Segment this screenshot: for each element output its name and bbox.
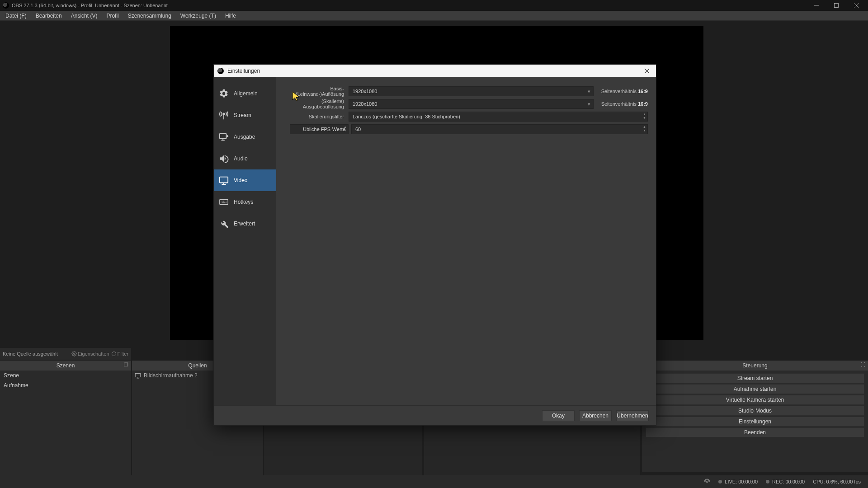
downscale-filter-combo[interactable]: Lanczos (geschärfte Skalierung, 36 Stich… bbox=[349, 112, 648, 122]
studio-mode-button[interactable]: Studio-Modus bbox=[646, 406, 864, 416]
settings-nav: Allgemein Stream Ausgabe Audio Video Hot… bbox=[214, 77, 276, 405]
status-network-icon bbox=[704, 479, 710, 485]
nav-stream[interactable]: Stream bbox=[214, 104, 276, 126]
speaker-icon bbox=[218, 153, 229, 164]
base-resolution-label: Basis-(Leinwand-)Auflösung bbox=[284, 86, 349, 97]
settings-dialog-icon bbox=[217, 68, 224, 74]
menu-profil[interactable]: Profil bbox=[102, 11, 123, 21]
output-aspect-label: Seitenverhältnis 16:9 bbox=[594, 101, 648, 107]
svg-rect-3 bbox=[135, 373, 141, 377]
nav-ausgabe[interactable]: Ausgabe bbox=[214, 126, 276, 148]
gear-icon bbox=[218, 88, 229, 99]
fps-type-combo[interactable]: Übliche FPS-Werte ▲▼ bbox=[290, 124, 349, 134]
svg-point-2 bbox=[112, 352, 116, 356]
maximize-button[interactable] bbox=[826, 0, 846, 11]
minimize-button[interactable] bbox=[807, 0, 826, 11]
monitor-icon bbox=[218, 175, 229, 186]
svg-point-7 bbox=[223, 113, 225, 115]
live-status: LIVE: 00:00:00 bbox=[725, 479, 758, 484]
scenes-dock: Szenen ❐ Szene Aufnahme bbox=[0, 361, 131, 487]
apply-button[interactable]: Übernehmen bbox=[616, 410, 649, 421]
exit-button[interactable]: Beenden bbox=[646, 427, 864, 437]
titlebar: OBS 27.1.3 (64-bit, windows) - Profil: U… bbox=[0, 0, 868, 11]
cancel-button[interactable]: Abbrechen bbox=[579, 410, 612, 421]
no-source-selected-label: Keine Quelle ausgewählt bbox=[3, 351, 58, 357]
settings-dialog: Einstellungen Allgemein Stream Ausgabe A… bbox=[213, 64, 656, 426]
chevron-down-icon: ▾ bbox=[588, 89, 590, 94]
filter-button[interactable]: Filter bbox=[111, 351, 128, 357]
settings-content-video: Basis-(Leinwand-)Auflösung 868x488 ▾ S… bbox=[276, 77, 656, 405]
nav-allgemein[interactable]: Allgemein bbox=[214, 83, 276, 104]
menu-datei[interactable]: Datei (F) bbox=[1, 11, 31, 21]
output-icon bbox=[218, 131, 229, 142]
rec-indicator-icon bbox=[766, 480, 769, 483]
output-resolution-combo[interactable]: 868x488 ▾ bbox=[349, 99, 594, 109]
start-virtual-cam-button[interactable]: Virtuelle Kamera starten bbox=[646, 395, 864, 405]
properties-button[interactable]: Eigenschaften bbox=[71, 351, 109, 357]
controls-header: Steuerung ⛶ bbox=[642, 361, 868, 371]
svg-point-6 bbox=[707, 481, 708, 483]
menu-werkzeuge[interactable]: Werkzeuge (T) bbox=[176, 11, 221, 21]
antenna-icon bbox=[218, 110, 229, 121]
window-title: OBS 27.1.3 (64-bit, windows) - Profil: U… bbox=[12, 3, 168, 8]
scene-item[interactable]: Aufnahme bbox=[0, 380, 131, 390]
menu-hilfe[interactable]: Hilfe bbox=[221, 11, 241, 21]
downscale-filter-label: Skalierungsfilter bbox=[284, 114, 349, 119]
scene-item[interactable]: Szene bbox=[0, 371, 131, 380]
display-capture-icon bbox=[135, 372, 141, 379]
rec-status: REC: 00:00:00 bbox=[772, 479, 805, 484]
menu-bearbeiten[interactable]: Bearbeiten bbox=[31, 11, 66, 21]
app-icon bbox=[3, 2, 9, 9]
settings-footer: Okay Abbrechen Übernehmen bbox=[214, 405, 656, 425]
nav-audio[interactable]: Audio bbox=[214, 148, 276, 169]
settings-button[interactable]: Einstellungen bbox=[646, 417, 864, 427]
close-button[interactable] bbox=[846, 0, 866, 11]
svg-rect-0 bbox=[835, 4, 839, 8]
nav-erweitert[interactable]: Erweitert bbox=[214, 213, 276, 235]
live-indicator-icon bbox=[718, 480, 722, 483]
svg-rect-9 bbox=[220, 177, 228, 183]
cpu-status: CPU: 0.6%, 60.00 fps bbox=[813, 479, 861, 484]
svg-point-1 bbox=[73, 353, 75, 355]
base-resolution-combo[interactable]: 868x488 ▾ bbox=[349, 86, 594, 96]
menubar: Datei (F) Bearbeiten Ansicht (V) Profil … bbox=[0, 11, 868, 21]
popout-icon[interactable]: ⛶ bbox=[860, 362, 865, 367]
menu-szenensammlung[interactable]: Szenensammlung bbox=[123, 11, 176, 21]
start-stream-button[interactable]: Stream starten bbox=[646, 373, 864, 383]
keyboard-icon bbox=[218, 197, 229, 207]
menu-ansicht[interactable]: Ansicht (V) bbox=[66, 11, 102, 21]
ok-button[interactable]: Okay bbox=[542, 410, 575, 421]
output-resolution-label: (Skalierte) Ausgabeauflösung bbox=[284, 99, 349, 109]
scenes-header: Szenen ❐ bbox=[0, 361, 131, 371]
settings-title: Einstellungen bbox=[227, 68, 260, 74]
nav-hotkeys[interactable]: Hotkeys bbox=[214, 191, 276, 213]
fps-value-combo[interactable]: 60 ▲▼ bbox=[351, 124, 648, 134]
statusbar: LIVE: 00:00:00 REC: 00:00:00 CPU: 0.6%, … bbox=[0, 475, 868, 488]
settings-titlebar[interactable]: Einstellungen bbox=[214, 65, 656, 77]
svg-rect-8 bbox=[220, 134, 226, 139]
svg-rect-10 bbox=[220, 200, 228, 205]
controls-dock: Steuerung ⛶ Stream starten Aufnahme star… bbox=[642, 361, 868, 472]
chevron-down-icon: ▾ bbox=[588, 101, 590, 107]
start-recording-button[interactable]: Aufnahme starten bbox=[646, 384, 864, 394]
nav-video[interactable]: Video bbox=[214, 169, 276, 191]
base-aspect-label: Seitenverhältnis 16:9 bbox=[594, 89, 648, 94]
popout-icon[interactable]: ❐ bbox=[124, 362, 128, 368]
settings-close-button[interactable] bbox=[638, 65, 656, 77]
source-info-bar: Keine Quelle ausgewählt Eigenschaften Fi… bbox=[0, 348, 131, 360]
tools-icon bbox=[218, 218, 229, 229]
